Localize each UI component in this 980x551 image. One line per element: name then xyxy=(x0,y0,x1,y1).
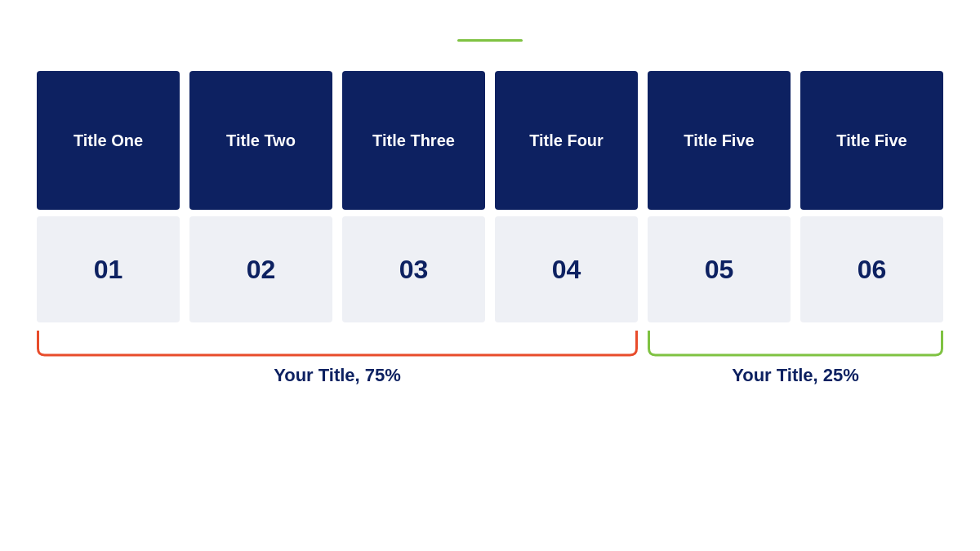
top-box-label-6: Title Five xyxy=(828,123,915,158)
top-box-5: Title Five xyxy=(648,71,791,210)
column-2: Title Two02 xyxy=(189,71,332,322)
bottom-box-4: 04 xyxy=(495,216,638,322)
header xyxy=(457,31,523,42)
brackets-section: Your Title, 75% Your Title, 25% xyxy=(37,331,943,386)
top-box-4: Title Four xyxy=(495,71,638,210)
grid-container: Title One01Title Two02Title Three03Title… xyxy=(37,71,943,322)
column-5: Title Five05 xyxy=(648,71,791,322)
bracket-left-svg xyxy=(37,331,638,360)
top-box-2: Title Two xyxy=(189,71,332,210)
top-box-label-5: Title Five xyxy=(675,123,762,158)
column-4: Title Four04 xyxy=(495,71,638,322)
bracket-right-label: Your Title, 25% xyxy=(732,365,859,386)
number-3: 03 xyxy=(399,255,429,285)
bracket-right-group: Your Title, 25% xyxy=(648,331,943,386)
top-box-1: Title One xyxy=(37,71,180,210)
column-6: Title Five06 xyxy=(800,71,943,322)
top-box-label-4: Title Four xyxy=(521,123,612,158)
bottom-box-2: 02 xyxy=(189,216,332,322)
top-box-label-2: Title Two xyxy=(218,123,304,158)
column-1: Title One01 xyxy=(37,71,180,322)
bottom-box-5: 05 xyxy=(648,216,791,322)
bracket-left-group: Your Title, 75% xyxy=(37,331,638,386)
top-box-label-3: Title Three xyxy=(364,123,463,158)
number-4: 04 xyxy=(552,255,581,285)
number-6: 06 xyxy=(858,255,887,285)
bottom-box-1: 01 xyxy=(37,216,180,322)
decorative-line xyxy=(457,39,523,42)
top-box-3: Title Three xyxy=(342,71,485,210)
bottom-box-3: 03 xyxy=(342,216,485,322)
column-3: Title Three03 xyxy=(342,71,485,322)
bottom-box-6: 06 xyxy=(800,216,943,322)
bracket-right-svg xyxy=(648,331,943,360)
number-5: 05 xyxy=(705,255,734,285)
top-box-label-1: Title One xyxy=(65,123,151,158)
bracket-left-label: Your Title, 75% xyxy=(274,365,401,386)
top-box-6: Title Five xyxy=(800,71,943,210)
number-1: 01 xyxy=(94,255,123,285)
number-2: 02 xyxy=(247,255,276,285)
